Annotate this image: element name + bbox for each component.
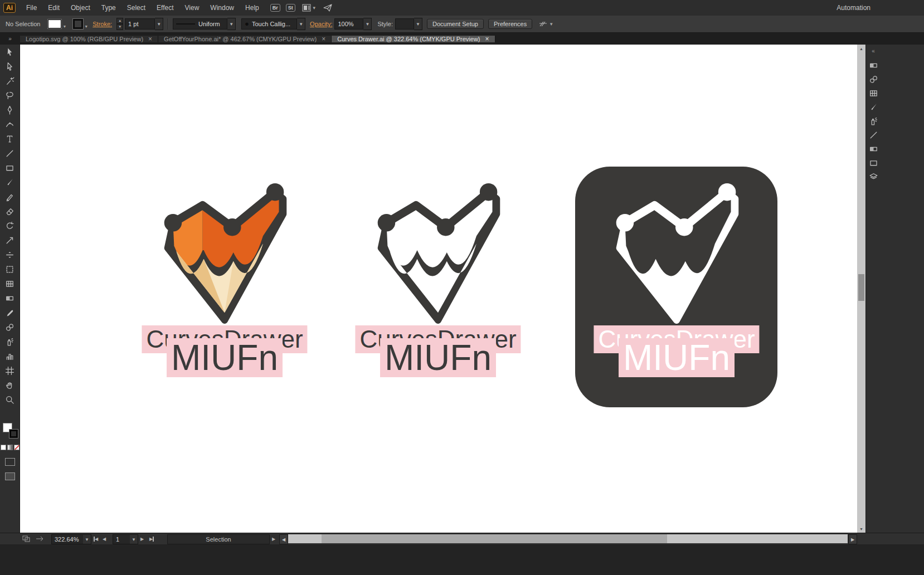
chevron-down-icon[interactable]: ▼ [62,25,66,28]
wordmark-subtitle[interactable]: MIUFn [619,338,735,377]
stroke-weight-stepper[interactable]: ▲▼ [116,18,123,30]
next-artboard-icon[interactable]: ▶ [140,534,148,543]
menu-window[interactable]: Window [205,0,240,16]
screen-mode-button[interactable] [5,472,15,480]
bridge-icon[interactable]: Br [270,4,280,12]
width-profile-dropdown[interactable]: Uniform [173,18,227,30]
horizontal-scrollbar[interactable] [288,534,848,543]
menu-type[interactable]: Type [96,0,121,16]
artboards-icon[interactable] [22,534,30,543]
appearance-panel-icon[interactable] [866,156,881,170]
logo-color[interactable] [162,181,288,326]
paintbrush-tool[interactable] [0,175,20,189]
opacity-field[interactable]: 100% [334,18,363,30]
gradient-button[interactable] [7,445,13,450]
color-panel-icon[interactable] [866,59,881,72]
scale-tool[interactable] [0,233,20,247]
document-tab[interactable]: GetOffYourPhone.ai* @ 462.67% (CMYK/GPU … [158,36,332,42]
none-button[interactable] [14,445,20,450]
eyedropper-tool[interactable] [0,305,20,320]
width-tool[interactable] [0,247,20,262]
stepper-down-icon[interactable]: ▼ [116,24,123,30]
vertical-scrollbar[interactable]: ▲ ▼ [857,45,865,533]
fill-swatch[interactable] [48,20,61,28]
stroke-panel-link[interactable]: Stroke: [93,21,112,27]
document-tab[interactable]: Curves Drawer.ai @ 322.64% (CMYK/GPU Pre… [332,36,495,42]
symbol-sprayer-tool[interactable] [0,334,20,349]
scroll-up-icon[interactable]: ▲ [857,45,865,52]
stroke-color-swatch[interactable] [9,430,18,438]
color-guide-panel-icon[interactable] [866,72,881,86]
curvature-tool[interactable] [0,117,20,131]
scroll-left-icon[interactable]: ◀ [279,534,288,544]
direct-selection-tool[interactable] [0,59,20,74]
artboard-canvas[interactable]: CurvesDrawer MIUFn CurvesDrawer MIUFn Cu… [20,45,857,533]
tab-close-icon[interactable]: × [485,36,489,42]
pen-tool[interactable] [0,103,20,117]
logo-app-icon[interactable] [614,181,740,326]
zoom-tool[interactable] [0,392,20,407]
brushes-panel-icon[interactable] [866,100,881,114]
options-icon[interactable]: ▼ [539,20,553,28]
stroke-swatch[interactable] [73,19,83,29]
brush-dropdown[interactable]: ● Touch Callig... [241,18,297,30]
tab-close-icon[interactable]: × [148,36,152,42]
opacity-panel-link[interactable]: Opacity: [310,21,332,27]
vertical-scroll-thumb[interactable] [858,274,864,301]
menu-edit[interactable]: Edit [42,0,65,16]
drawing-modes-button[interactable] [5,458,15,466]
arrange-documents-icon[interactable]: ▼ [302,4,317,12]
menu-effect[interactable]: Effect [151,0,179,16]
status-options-icon[interactable]: ▶ [272,534,280,543]
scroll-down-icon[interactable]: ▼ [857,525,865,533]
arrange-icon[interactable] [36,534,43,543]
mesh-tool[interactable] [0,276,20,291]
blend-tool[interactable] [0,320,20,334]
stroke-weight-dropdown[interactable]: ▼ [155,18,163,30]
free-transform-tool[interactable] [0,262,20,276]
menu-select[interactable]: Select [121,0,151,16]
opacity-caret[interactable]: ▼ [363,18,372,30]
zoom-dropdown[interactable]: ▼ [83,534,91,544]
workspace-switcher[interactable]: Automation [837,4,870,12]
menu-help[interactable]: Help [240,0,265,16]
artboard-dropdown[interactable]: ▼ [130,534,138,544]
artboard-tool[interactable] [0,363,20,378]
horizontal-scroll-thumb[interactable] [322,534,667,543]
magic-wand-tool[interactable] [0,74,20,88]
type-tool[interactable] [0,131,20,146]
style-dropdown[interactable] [395,18,414,30]
scroll-right-icon[interactable]: ▶ [848,534,857,544]
tab-close-icon[interactable]: × [322,36,325,42]
document-tab[interactable]: Logotipo.svg @ 100% (RGB/GPU Preview)× [20,36,158,42]
preferences-button[interactable]: Preferences [488,19,532,29]
line-segment-tool[interactable] [0,146,20,160]
eraser-tool[interactable] [0,204,20,218]
rectangle-tool[interactable] [0,160,20,175]
lasso-tool[interactable] [0,88,20,103]
app-logo[interactable]: Ai [3,3,16,13]
logo-mono[interactable] [375,181,501,326]
wordmark-subtitle[interactable]: MIUFn [167,338,283,377]
column-graph-tool[interactable] [0,349,20,363]
stroke-weight-field[interactable]: 1 pt [125,18,155,30]
wordmark-subtitle[interactable]: MIUFn [380,338,496,377]
rotate-tool[interactable] [0,218,20,233]
previous-artboard-icon[interactable]: ◀ [103,534,110,543]
stroke-panel-icon[interactable] [866,128,881,142]
chevron-down-icon[interactable]: ▼ [84,25,88,28]
share-icon[interactable] [323,4,333,12]
width-profile-caret[interactable]: ▼ [227,18,236,30]
expand-panels-icon[interactable]: « [872,48,875,54]
panel-collapse-icon[interactable]: » [0,33,20,45]
swatches-panel-icon[interactable] [866,86,881,100]
pencil-tool[interactable] [0,189,20,204]
stock-icon[interactable]: St [286,4,295,12]
last-artboard-icon[interactable]: ▶ [149,534,157,543]
hand-tool[interactable] [0,378,20,392]
menu-view[interactable]: View [179,0,205,16]
style-caret[interactable]: ▼ [414,18,422,30]
gradient-tool[interactable] [0,291,20,305]
zoom-field[interactable]: 322.64% [51,534,86,544]
stepper-up-icon[interactable]: ▲ [116,18,123,24]
